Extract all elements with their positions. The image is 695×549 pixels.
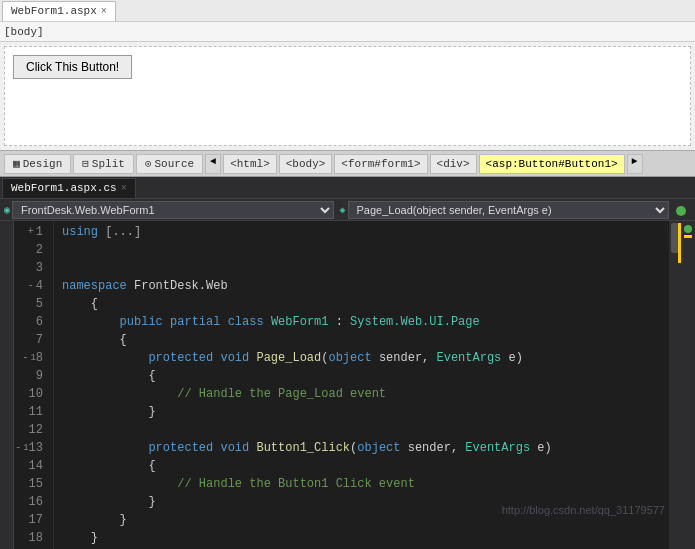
- breadcrumb-body[interactable]: <body>: [279, 154, 333, 174]
- aspx-tab-label: WebForm1.aspx: [11, 5, 97, 17]
- code-line-14: {: [62, 457, 661, 475]
- collapse-13[interactable]: -: [15, 439, 21, 457]
- design-panel: WebForm1.aspx × [body] Click This Button…: [0, 0, 695, 177]
- line-num-4: - 4: [18, 277, 49, 295]
- line-num-15: 15: [18, 475, 49, 493]
- line-num-5: 5: [18, 295, 49, 313]
- cs-tab-label: WebForm1.aspx.cs: [11, 182, 117, 194]
- aspx-tab[interactable]: WebForm1.aspx ×: [2, 1, 116, 21]
- line-num-1: + 1: [18, 223, 49, 241]
- code-line-7: {: [62, 331, 661, 349]
- method-dropdown[interactable]: Page_Load(object sender, EventArgs e): [348, 201, 669, 219]
- line-num-8: - 1 8: [18, 349, 49, 367]
- line-num-3: 3: [18, 259, 49, 277]
- code-line-5: {: [62, 295, 661, 313]
- collapse-4[interactable]: -: [28, 277, 34, 295]
- design-view-button[interactable]: ▦ Design: [4, 154, 71, 174]
- source-icon: ⊙: [145, 157, 152, 170]
- breadcrumb-div[interactable]: <div>: [430, 154, 477, 174]
- code-line-15: // Handle the Button1 Click event: [62, 475, 661, 493]
- code-line-10: // Handle the Page_Load event: [62, 385, 661, 403]
- class-icon: ◉: [4, 204, 10, 216]
- line-num-6: 6: [18, 313, 49, 331]
- code-line-3: [62, 259, 661, 277]
- breadcrumb-html[interactable]: <html>: [223, 154, 277, 174]
- line-numbers: + 1 2 3 - 4 5 6 7 - 1 8 9 10 11: [14, 221, 54, 549]
- line-num-2: 2: [18, 241, 49, 259]
- code-line-13: protected void Button1_Click(object send…: [62, 439, 661, 457]
- cs-tab[interactable]: WebForm1.aspx.cs ×: [2, 178, 136, 198]
- split-view-button[interactable]: ⊟ Split: [73, 154, 134, 174]
- line-num-7: 7: [18, 331, 49, 349]
- code-line-6: public partial class WebForm1 : System.W…: [62, 313, 661, 331]
- left-gutter: [0, 221, 14, 549]
- design-preview-button: Click This Button!: [13, 55, 132, 79]
- nav-back-arrow[interactable]: ◄: [205, 154, 221, 174]
- code-line-1: using [...]: [62, 223, 661, 241]
- code-line-11: }: [62, 403, 661, 421]
- source-view-button[interactable]: ⊙ Source: [136, 154, 203, 174]
- class-dropdown[interactable]: FrontDesk.Web.WebForm1: [12, 201, 333, 219]
- line-num-18: 18: [18, 529, 49, 547]
- yellow-indicator: [678, 223, 681, 263]
- line-num-17: 17: [18, 511, 49, 529]
- breadcrumb-path: <html> <body> <form#form1> <div> <asp:Bu…: [223, 154, 624, 174]
- yellow-margin-bar: [684, 235, 692, 238]
- body-breadcrumb: [body]: [0, 22, 695, 42]
- breadcrumb-form[interactable]: <form#form1>: [334, 154, 427, 174]
- line-num-16: 16: [18, 493, 49, 511]
- code-content[interactable]: using [...] namespace FrontDesk.Web { pu…: [54, 221, 669, 549]
- line-num-9: 9: [18, 367, 49, 385]
- breadcrumb-body-label: [body]: [4, 26, 44, 38]
- nav-forward-arrow[interactable]: ►: [627, 154, 643, 174]
- view-toolbar: ▦ Design ⊟ Split ⊙ Source ◄ <html> <body…: [0, 150, 695, 176]
- line-num-13: - 1 13: [18, 439, 49, 457]
- code-line-8: protected void Page_Load(object sender, …: [62, 349, 661, 367]
- split-icon: ⊟: [82, 157, 89, 170]
- line-num-10: 10: [18, 385, 49, 403]
- code-line-2: [62, 241, 661, 259]
- cs-tab-close[interactable]: ×: [121, 183, 127, 194]
- aspx-tab-bar: WebForm1.aspx ×: [0, 0, 695, 22]
- code-panel: WebForm1.aspx.cs × ◉ FrontDesk.Web.WebFo…: [0, 177, 695, 549]
- design-canvas: Click This Button!: [4, 46, 691, 146]
- code-line-18: }: [62, 529, 661, 547]
- split-label: Split: [92, 158, 125, 170]
- code-editor[interactable]: + 1 2 3 - 4 5 6 7 - 1 8 9 10 11: [0, 221, 695, 549]
- line-num-14: 14: [18, 457, 49, 475]
- code-line-12: [62, 421, 661, 439]
- cs-tab-bar: WebForm1.aspx.cs ×: [0, 177, 695, 199]
- design-icon: ▦: [13, 157, 20, 170]
- code-dropdown-bar: ◉ FrontDesk.Web.WebForm1 ◈ Page_Load(obj…: [0, 199, 695, 221]
- line-num-11: 11: [18, 403, 49, 421]
- design-label: Design: [23, 158, 63, 170]
- collapse-8[interactable]: -: [22, 349, 28, 367]
- method-icon: ◈: [340, 204, 346, 216]
- code-line-9: {: [62, 367, 661, 385]
- collapse-1[interactable]: +: [28, 223, 34, 241]
- watermark: http://blog.csdn.net/qq_31179577: [502, 501, 665, 519]
- scroll-indicator[interactable]: [669, 221, 681, 549]
- green-indicator: [676, 206, 686, 216]
- code-line-4: namespace FrontDesk.Web: [62, 277, 661, 295]
- breadcrumb-button[interactable]: <asp:Button#Button1>: [479, 154, 625, 174]
- source-label: Source: [155, 158, 195, 170]
- line-num-12: 12: [18, 421, 49, 439]
- right-margin-indicators: [681, 221, 695, 549]
- aspx-tab-close[interactable]: ×: [101, 6, 107, 17]
- green-margin-icon: [684, 225, 692, 233]
